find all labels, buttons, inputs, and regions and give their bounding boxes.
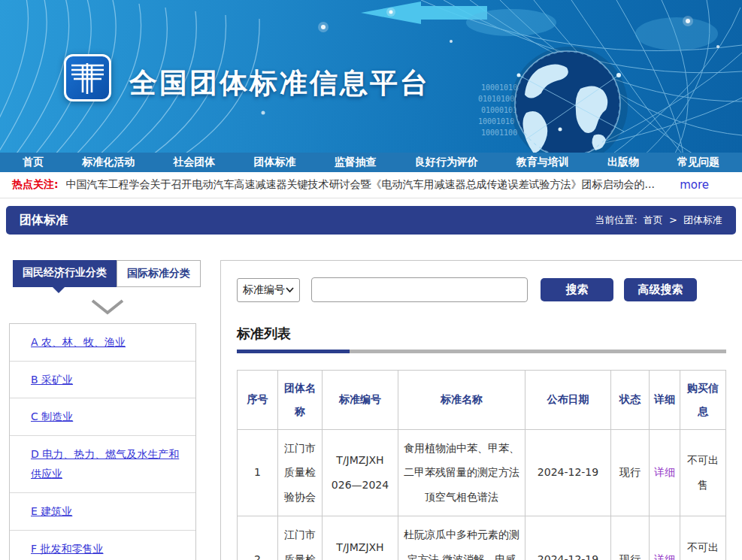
advanced-search-button[interactable]: 高级搜索	[624, 278, 697, 301]
col-detail: 详细	[650, 371, 680, 430]
search-field-selected-value: 标准编号	[243, 283, 285, 297]
nav-item-activities[interactable]: 标准化活动	[82, 156, 135, 169]
category-item-c[interactable]: C 制造业	[10, 398, 195, 436]
globe-graphic	[510, 47, 628, 153]
table-header-row: 序号 团体名称 标准编号 标准名称 公布日期 状态 详细 购买信息	[238, 371, 726, 430]
active-tab-pointer	[53, 287, 65, 293]
table-row: 2 江门市质量检验协会 T/JMZJXH 025—2024 杜阮凉瓜中多种元素的…	[238, 516, 726, 560]
cell-detail: 详细	[650, 516, 680, 560]
platform-logo	[64, 54, 111, 101]
nav-item-faq[interactable]: 常见问题	[677, 156, 719, 169]
standards-table: 序号 团体名称 标准编号 标准名称 公布日期 状态 详细 购买信息 1 江门市质…	[237, 370, 726, 560]
category-list: A 农、林、牧、渔业 B 采矿业 C 制造业 D 电力、热力、燃气及水生产和供应…	[9, 323, 196, 560]
main-panel: 标准编号 搜索 高级搜索 标准列表 序号 团体名称 标准编号	[220, 260, 742, 560]
cell-org: 江门市质量检验协会	[278, 516, 323, 560]
cell-code: T/JMZJXH 025—2024	[323, 516, 398, 560]
site-title: 全国团体标准信息平台	[129, 65, 430, 102]
cell-name: 杜阮凉瓜中多种元素的测定方法 微波消解—电感耦合等离子体质谱法	[398, 516, 525, 560]
cell-index: 1	[238, 429, 278, 516]
nav-item-publications[interactable]: 出版物	[607, 156, 639, 169]
hot-news-label: 热点关注:	[12, 178, 59, 192]
nav-item-home[interactable]: 首页	[23, 156, 44, 169]
standard-list-heading: 标准列表	[237, 325, 726, 343]
breadcrumb-label: 当前位置:	[595, 214, 637, 226]
cell-detail: 详细	[650, 429, 680, 516]
category-item-d[interactable]: D 电力、热力、燃气及水生产和供应业	[10, 436, 195, 493]
breadcrumb: 当前位置: 首页 > 团体标准	[592, 213, 722, 227]
nav-item-good-behavior[interactable]: 良好行为评价	[415, 156, 478, 169]
heading-underline	[237, 350, 726, 353]
category-item-e[interactable]: E 建筑业	[10, 493, 195, 531]
nav-item-social-groups[interactable]: 社会团体	[173, 156, 215, 169]
col-purchase: 购买信息	[680, 371, 726, 430]
content-area: 国民经济行业分类 国际标准分类 A 农、林、牧、渔业 B 采矿业 C 制造业 D…	[0, 260, 742, 560]
category-item-a[interactable]: A 农、林、牧、渔业	[10, 324, 195, 362]
col-date: 公布日期	[525, 371, 611, 430]
search-button[interactable]: 搜索	[541, 278, 613, 301]
search-bar: 标准编号 搜索 高级搜索	[237, 277, 726, 302]
cell-purchase: 不可出售	[680, 429, 726, 516]
detail-link[interactable]: 详细	[654, 466, 675, 478]
breadcrumb-home-link[interactable]: 首页	[644, 214, 663, 226]
col-status: 状态	[611, 371, 650, 430]
cell-org: 江门市质量检验协会	[278, 429, 323, 516]
tab-national-economy-classification[interactable]: 国民经济行业分类	[13, 260, 117, 287]
main-nav: 首页 标准化活动 社会团体 团体标准 监督抽查 良好行为评价 教育与培训 出版物…	[0, 153, 742, 172]
hot-news-bar: 热点关注: 中国汽车工程学会关于召开电动汽车高速减速器关键技术研讨会暨《电动汽车…	[0, 172, 742, 198]
cell-date: 2024-12-19	[525, 516, 611, 560]
cell-status: 现行	[611, 516, 650, 560]
chevron-down-icon	[90, 298, 125, 316]
breadcrumb-separator: >	[669, 214, 677, 226]
table-row: 1 江门市质量检验协会 T/JMZJXH 026—2024 食用植物油中苯、甲苯…	[238, 429, 726, 516]
cell-date: 2024-12-19	[525, 429, 611, 516]
cell-name: 食用植物油中苯、甲苯、二甲苯残留量的测定方法 顶空气相色谱法	[398, 429, 525, 516]
category-item-f[interactable]: F 批发和零售业	[10, 531, 195, 560]
search-input[interactable]	[311, 277, 528, 302]
col-index: 序号	[238, 371, 278, 430]
hot-news-link[interactable]: 中国汽车工程学会关于召开电动汽车高速减速器关键技术研讨会暨《电动汽车用减速器总成…	[66, 178, 671, 192]
site-banner: 10001010101 0101010001 01000101 10001010…	[0, 0, 742, 153]
nav-item-education[interactable]: 教育与培训	[516, 156, 569, 169]
more-link[interactable]: more	[680, 178, 709, 192]
nav-item-group-standards[interactable]: 团体标准	[253, 156, 295, 169]
svg-text:10001100: 10001100	[481, 129, 517, 137]
nav-item-supervision[interactable]: 监督抽查	[335, 156, 377, 169]
page-title: 团体标准	[20, 213, 68, 229]
detail-link[interactable]: 详细	[654, 553, 675, 560]
category-item-b[interactable]: B 采矿业	[10, 362, 195, 399]
sidebar: 国民经济行业分类 国际标准分类 A 农、林、牧、渔业 B 采矿业 C 制造业 D…	[6, 260, 210, 560]
chevron-down-icon	[286, 287, 294, 292]
svg-text:10001010: 10001010	[478, 117, 514, 126]
cell-purchase: 不可出售	[680, 516, 726, 560]
breadcrumb-current: 团体标准	[683, 214, 722, 226]
classification-tabs: 国民经济行业分类 国际标准分类	[13, 260, 210, 287]
col-org: 团体名称	[278, 371, 323, 430]
cell-code: T/JMZJXH 026—2024	[323, 429, 398, 516]
col-name: 标准名称	[398, 371, 525, 430]
tab-international-classification[interactable]: 国际标准分类	[117, 260, 201, 287]
cell-index: 2	[238, 516, 278, 560]
page-header-bar: 团体标准 当前位置: 首页 > 团体标准	[6, 206, 736, 235]
search-field-select[interactable]: 标准编号	[237, 278, 300, 302]
col-code: 标准编号	[323, 371, 398, 430]
cell-status: 现行	[611, 429, 650, 516]
